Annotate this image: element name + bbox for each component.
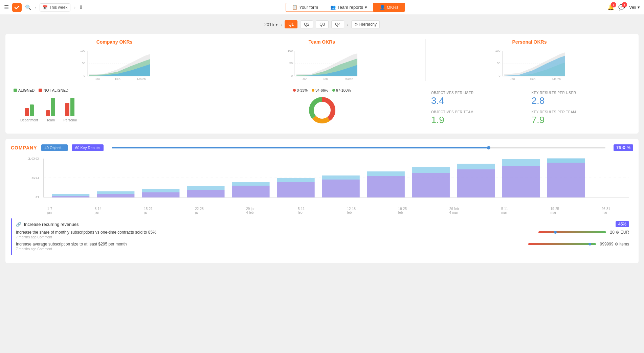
q4-button[interactable]: Q4 <box>331 20 344 28</box>
period-back-arrow[interactable]: ‹ <box>281 22 282 27</box>
tab-team-reports[interactable]: 👥 Team reports ▾ <box>324 3 373 12</box>
donut-legend: 0-33% 34-66% 67-100% <box>293 88 351 92</box>
link-icon: 🔗 <box>16 222 21 227</box>
week-selector[interactable]: 📅 This week <box>40 3 70 11</box>
svg-rect-50 <box>142 189 179 192</box>
svg-rect-52 <box>187 186 224 190</box>
hierarchy-button[interactable]: ⚙ Hierarchy <box>351 20 380 28</box>
svg-text:0: 0 <box>498 74 500 77</box>
kr-unit-icon-1: ⚙ <box>615 242 618 246</box>
personal-okrs-chart: 100 50 0 Jan Feb March <box>428 47 630 81</box>
download-icon[interactable]: ⬇ <box>79 4 83 10</box>
people-icon: 👤 <box>380 5 385 10</box>
objective-title-0: 🔗 Increase recurring revenues <box>16 222 79 227</box>
app-logo <box>12 3 22 12</box>
year-selector[interactable]: 2015 ▾ <box>264 22 278 27</box>
messages-button[interactable]: 💬 3 <box>618 4 625 10</box>
kr-dot-1 <box>589 243 591 245</box>
user-name: Veli <box>629 5 636 10</box>
main-content: 2015 ▾ ‹ Q1 Q2 Q3 Q4 › ⚙ Hierarchy Compa… <box>0 15 644 274</box>
obj-per-user-value: 3.4 <box>431 95 528 106</box>
company-title: COMPANY <box>11 145 37 150</box>
personal-okrs-section: Personal OKRs 100 50 0 Jan Feb March <box>426 39 633 81</box>
donut-mid-dot <box>312 89 314 92</box>
year-dropdown-icon: ▾ <box>275 22 278 27</box>
kr-meta-1: 7 months ago Comment <box>16 247 629 251</box>
forward-arrow[interactable]: › <box>74 5 75 10</box>
notifications-button[interactable]: 🔔 3 <box>607 4 614 10</box>
aligned-dot <box>14 89 17 92</box>
dept-label: Department <box>20 118 38 122</box>
svg-text:100: 100 <box>288 49 293 52</box>
donut-mid-label: 34-66% <box>315 88 328 92</box>
q2-button[interactable]: Q2 <box>300 20 313 28</box>
personal-label: Personal <box>63 118 76 122</box>
svg-rect-67 <box>547 163 585 197</box>
donut-high-legend: 67-100% <box>332 88 351 92</box>
svg-rect-62 <box>412 167 450 173</box>
team-not-aligned-bar <box>46 110 50 116</box>
calendar-icon: 📅 <box>43 5 48 10</box>
kr-per-user-value: 2.8 <box>532 95 628 106</box>
objective-item-0: 🔗 Increase recurring revenues 45% Increa… <box>11 218 633 255</box>
kr-dot-0 <box>554 231 557 234</box>
objectives-per-team-stat: OBJECTIVES PER TEAM 1.9 <box>431 110 528 125</box>
company-bar-chart-svg: 100 50 0 <box>11 155 633 206</box>
team-okrs-title: Team OKRs <box>309 39 335 45</box>
kr-text-1: Increase average subscription size to at… <box>16 242 524 246</box>
donut-low-label: 0-33% <box>297 88 308 92</box>
kr-value-0: 20 ⚙ EUR <box>610 230 629 235</box>
team-okrs-section: Team OKRs 100 50 0 Jan Feb March <box>218 39 426 81</box>
search-icon[interactable]: 🔍 <box>25 4 31 10</box>
donut-chart <box>307 95 337 125</box>
svg-text:Feb: Feb <box>115 77 120 81</box>
week-label: This week <box>49 5 67 10</box>
donut-high-label: 67-100% <box>336 88 351 92</box>
svg-rect-60 <box>367 171 405 176</box>
svg-rect-51 <box>187 190 224 197</box>
objectives-per-user-stat: OBJECTIVES PER USER 3.4 <box>431 91 528 106</box>
kr-value-1: 999999 ⚙ items <box>600 242 629 246</box>
q1-button[interactable]: Q1 <box>285 20 297 28</box>
svg-text:Jan: Jan <box>510 77 515 81</box>
objective-header-0: 🔗 Increase recurring revenues 45% <box>16 221 629 227</box>
period-forward-arrow[interactable]: › <box>347 22 348 27</box>
svg-rect-47 <box>97 194 134 197</box>
user-menu[interactable]: Veli ▾ <box>629 5 640 10</box>
key-results-per-team-stat: KEY RESULTS PER TEAM 7.9 <box>532 110 628 125</box>
alignment-stats-section: ALIGNED NOT ALIGNED Department <box>11 88 218 128</box>
donut-mid-legend: 34-66% <box>312 88 328 92</box>
tab-your-form[interactable]: 📋 Your form <box>286 3 324 12</box>
percent-icon: ⚙ <box>622 145 626 150</box>
q3-button[interactable]: Q3 <box>316 20 329 28</box>
kr-item-0: Increase the share of monthly subscripti… <box>16 230 629 239</box>
menu-icon[interactable]: ☰ <box>4 4 9 10</box>
svg-text:0: 0 <box>291 74 293 77</box>
nav-right: 🔔 3 💬 3 Veli ▾ <box>607 4 640 10</box>
donut-high-dot <box>332 89 335 92</box>
obj-per-user-label: OBJECTIVES PER USER <box>431 91 528 95</box>
svg-rect-68 <box>547 159 585 163</box>
aligned-label: ALIGNED <box>18 88 35 92</box>
back-arrow[interactable]: ‹ <box>35 5 36 10</box>
key-results-button[interactable]: 60 Key Results <box>72 144 104 151</box>
team-aligned-bar <box>51 98 55 116</box>
kr-text-0: Increase the share of monthly subscripti… <box>16 230 534 235</box>
dept-aligned-bar <box>30 104 34 116</box>
kr-item-1: Increase average subscription size to at… <box>16 242 629 251</box>
svg-text:Feb: Feb <box>530 77 536 81</box>
tab-okrs[interactable]: 👤 OKRs <box>373 3 405 12</box>
form-icon: 📋 <box>292 5 297 10</box>
dept-not-aligned-bar <box>25 108 29 116</box>
objectives-button[interactable]: 40 Objecti... <box>41 144 68 151</box>
company-chart: 100 50 0 <box>11 155 633 214</box>
svg-text:100: 100 <box>80 49 85 52</box>
messages-badge: 3 <box>622 2 627 7</box>
not-aligned-label: NOT ALIGNED <box>43 88 68 92</box>
objective-percent-0: 45% <box>616 221 629 227</box>
svg-rect-45 <box>52 196 89 197</box>
progress-bar <box>112 147 605 148</box>
company-percent-badge: 76 ⚙ % <box>614 144 633 151</box>
dropdown-icon: ▾ <box>365 5 367 10</box>
kr-progress-0 <box>538 231 606 233</box>
